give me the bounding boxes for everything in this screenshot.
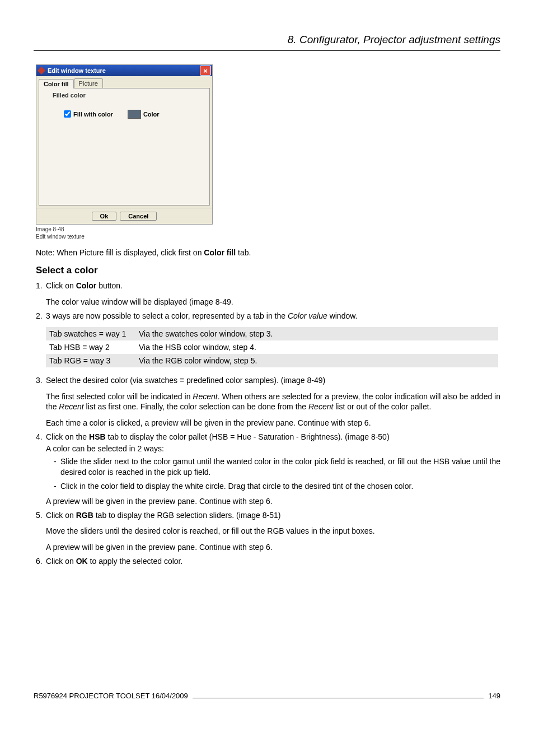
note-text: Note: When Picture fill is displayed, cl… — [36, 248, 500, 257]
color-ways-table: Tab swatches = way 1 Via the swatches co… — [46, 327, 498, 367]
dialog-title: Edit window texture — [48, 67, 200, 74]
color-swatch-label: Color — [143, 111, 160, 118]
table-row: Tab swatches = way 1 Via the swatches co… — [46, 327, 498, 340]
step-5: 5. Click on RGB tab to display the RGB s… — [36, 510, 500, 553]
tab-color-fill[interactable]: Color fill — [39, 79, 74, 88]
app-icon — [38, 67, 45, 74]
running-header: 8. Configurator, Projector adjustment se… — [34, 34, 500, 51]
step-4: 4. Click on the HSB tab to display the c… — [36, 432, 500, 506]
ok-button[interactable]: Ok — [92, 212, 117, 221]
dialog-body: Filled color Fill with color Color — [39, 88, 210, 206]
table-row: Tab HSB = way 2 Via the HSB color window… — [46, 340, 498, 354]
caption-id: Image 8-48 — [36, 226, 64, 232]
dialog-screenshot: Edit window texture × Color fill Picture… — [36, 64, 500, 225]
step-6: 6. Click on OK to apply the selected col… — [36, 556, 500, 567]
section-heading: Select a color — [36, 265, 500, 276]
step-4-sublist: Slide the slider next to the color gamut… — [46, 456, 500, 492]
group-title: Filled color — [53, 92, 204, 99]
caption-text: Edit window texture — [36, 234, 85, 240]
page-footer: R5976924 PROJECTOR TOOLSET 16/04/2009 14… — [34, 692, 500, 700]
color-swatch[interactable] — [128, 110, 141, 119]
footer-page-number: 149 — [488, 692, 500, 700]
footer-rule — [193, 698, 484, 698]
close-icon[interactable]: × — [200, 66, 211, 76]
dialog-titlebar: Edit window texture × — [36, 65, 212, 76]
image-caption: Image 8-48 Edit window texture — [36, 226, 500, 240]
tab-picture[interactable]: Picture — [74, 78, 103, 88]
dialog-footer: Ok Cancel — [36, 208, 212, 224]
footer-doc-id: R5976924 PROJECTOR TOOLSET 16/04/2009 — [34, 692, 188, 700]
edit-window-texture-dialog: Edit window texture × Color fill Picture… — [36, 64, 213, 225]
fill-with-color-label: Fill with color — [73, 111, 113, 118]
step-1: 1. Click on Color button. The color valu… — [36, 281, 500, 307]
step-3: 3. Select the desired color (via swatche… — [36, 375, 500, 429]
fill-with-color-checkbox[interactable] — [64, 110, 71, 118]
table-row: Tab RGB = way 3 Via the RGB color window… — [46, 354, 498, 367]
step-2: 2. 3 ways are now possible to select a c… — [36, 311, 500, 321]
fill-row: Fill with color Color — [62, 109, 204, 119]
cancel-button[interactable]: Cancel — [120, 212, 157, 221]
dialog-tabs: Color fill Picture — [36, 76, 212, 88]
